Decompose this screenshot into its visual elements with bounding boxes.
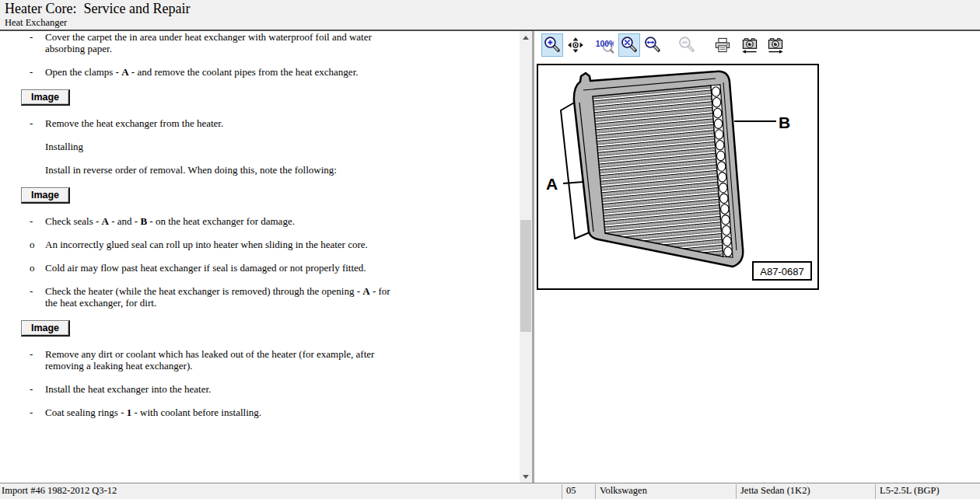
- image-button-row: Image: [21, 320, 520, 337]
- bullet-marker: -: [30, 66, 33, 78]
- status-divider: [736, 484, 737, 499]
- image-toolbar: 100%: [534, 31, 980, 62]
- image-button-row: Image: [21, 89, 520, 106]
- image-button[interactable]: Image: [21, 89, 70, 106]
- page-header: Heater Core: Service and Repair Heat Exc…: [0, 0, 980, 30]
- bullet-marker: -: [30, 117, 33, 129]
- status-divider: [562, 484, 562, 499]
- pan-icon[interactable]: [565, 33, 586, 57]
- image-button-row: Image: [21, 187, 520, 204]
- paragraph-text: Install the heat exchanger into the heat…: [45, 383, 211, 395]
- paragraph-text: Cover the carpet the in area under heat …: [45, 31, 372, 54]
- status-divider: [875, 484, 876, 499]
- status-engine: L5-2.5L (BGP): [880, 485, 940, 497]
- figure-label-b: B: [779, 113, 790, 131]
- status-bar: Import #46 1982-2012 Q3-12 05 Volkswagen…: [0, 483, 980, 499]
- list-item: -Remove the heat exchanger from the heat…: [0, 117, 436, 129]
- bullet-marker: o: [30, 262, 35, 274]
- svg-text:100%: 100%: [596, 40, 614, 48]
- print-icon[interactable]: [712, 33, 733, 57]
- previous-image-icon[interactable]: [739, 33, 761, 57]
- status-model: Jetta Sedan (1K2): [740, 485, 810, 497]
- list-item: -Remove any dirt or coolant which has le…: [0, 348, 436, 372]
- list-item: -Check seals - A - and - B - on the heat…: [0, 215, 436, 227]
- vertical-scrollbar[interactable]: [520, 31, 532, 483]
- status-make: Volkswagen: [600, 485, 647, 497]
- paragraph-text: Cold air may flow past heat exchanger if…: [45, 262, 366, 274]
- zoom-out-icon[interactable]: [676, 33, 698, 57]
- paragraph: Installing: [0, 141, 436, 152]
- paragraph-text: Check the heater (while the heat exchang…: [45, 285, 390, 309]
- scroll-down-icon[interactable]: [520, 470, 532, 483]
- zoom-fit-width-icon[interactable]: [642, 33, 663, 57]
- list-item: oAn incorrectly glued seal can roll up i…: [0, 239, 436, 250]
- paragraph-text: Check seals - A - and - B - on the heat …: [45, 215, 295, 227]
- figure-heat-exchanger[interactable]: A B A87-0687: [537, 64, 819, 290]
- paragraph-text: Install in reverse order of removal. Whe…: [45, 164, 337, 176]
- image-button[interactable]: Image: [21, 320, 70, 337]
- bullet-marker: -: [30, 215, 33, 227]
- paragraph-text: Coat sealing rings - 1 - with coolant be…: [45, 407, 261, 418]
- figure-ref-code: A87-0687: [760, 266, 803, 277]
- list-item: -Open the clamps - A - and remove the co…: [0, 66, 436, 78]
- image-button[interactable]: Image: [21, 187, 70, 204]
- paragraph-text: Installing: [45, 141, 83, 152]
- bullet-marker: -: [30, 383, 33, 395]
- bullet-marker: o: [30, 239, 35, 250]
- bullet-marker: -: [30, 348, 33, 360]
- zoom-fit-page-icon[interactable]: [618, 33, 640, 57]
- bullet-marker: -: [30, 407, 33, 418]
- list-item: -Install the heat exchanger into the hea…: [0, 383, 436, 395]
- paragraph-text: An incorrectly glued seal can roll up in…: [45, 239, 368, 250]
- paragraph-text: Open the clamps - A - and remove the coo…: [45, 66, 359, 78]
- list-item: -Check the heater (while the heat exchan…: [0, 285, 436, 309]
- paragraph-text: Remove any dirt or coolant which has lea…: [45, 348, 374, 372]
- document-pane: -Cover the carpet the in area under heat…: [0, 31, 520, 483]
- next-image-icon[interactable]: [765, 33, 786, 57]
- scrollbar-thumb[interactable]: [520, 220, 531, 332]
- paragraph-text: Remove the heat exchanger from the heate…: [45, 117, 223, 129]
- image-pane: 100%: [534, 31, 980, 483]
- list-item: -Coat sealing rings - 1 - with coolant b…: [0, 407, 436, 418]
- figure-label-a: A: [546, 175, 558, 193]
- bullet-marker: -: [30, 31, 33, 43]
- page-title: Heater Core: Service and Repair: [5, 1, 190, 17]
- zoom-in-icon[interactable]: [541, 33, 563, 57]
- page-subtitle: Heat Exchanger: [5, 17, 67, 29]
- paragraph: Install in reverse order of removal. Whe…: [0, 164, 436, 176]
- list-item: oCold air may flow past heat exchanger i…: [0, 262, 436, 274]
- status-divider: [595, 484, 596, 499]
- bullet-marker: -: [30, 285, 33, 297]
- zoom-100-icon[interactable]: 100%: [593, 33, 615, 57]
- list-item: -Cover the carpet the in area under heat…: [0, 31, 436, 54]
- scroll-up-icon[interactable]: [520, 31, 532, 44]
- status-code: 05: [566, 485, 576, 497]
- status-import: Import #46 1982-2012 Q3-12: [2, 485, 117, 497]
- document-content: -Cover the carpet the in area under heat…: [0, 31, 520, 418]
